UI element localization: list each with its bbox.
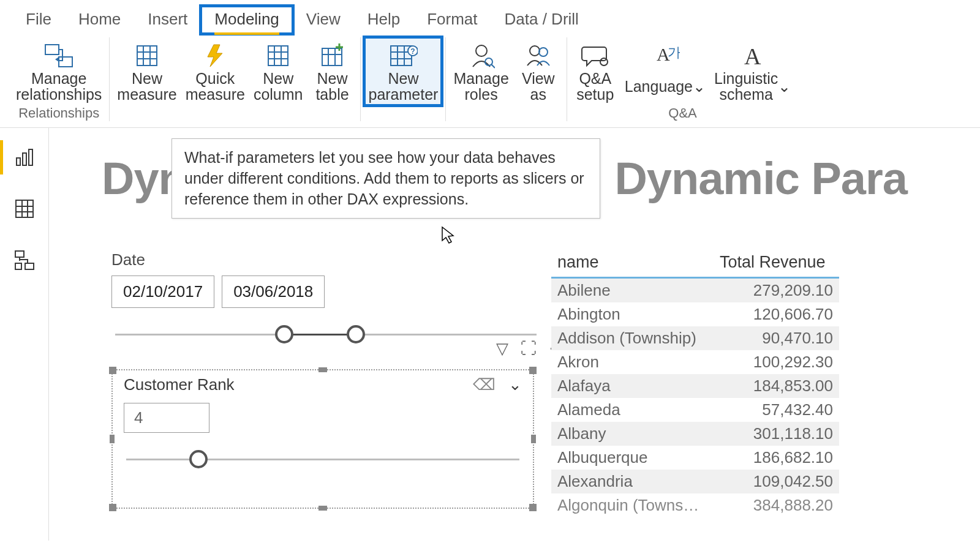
- col-header-name[interactable]: name: [551, 249, 714, 276]
- resize-handle[interactable]: [318, 367, 327, 372]
- tab-help[interactable]: Help: [354, 6, 413, 34]
- rank-handle[interactable]: [189, 450, 208, 468]
- col-header-revenue[interactable]: Total Revenue: [714, 249, 839, 276]
- model-view-button[interactable]: [0, 243, 48, 277]
- group-relationships-label: Relationships: [18, 105, 99, 121]
- resize-handle[interactable]: [529, 504, 537, 511]
- svg-rect-0: [45, 45, 59, 54]
- filter-icon[interactable]: ▽: [496, 339, 508, 358]
- tab-view[interactable]: View: [293, 6, 354, 34]
- focus-mode-icon[interactable]: ⛶: [521, 339, 537, 358]
- table-row[interactable]: Abington120,606.70: [551, 302, 839, 326]
- new-table-label: Newtable: [315, 70, 349, 103]
- new-column-button[interactable]: Newcolumn: [250, 37, 307, 105]
- new-measure-button[interactable]: Newmeasure: [113, 37, 180, 105]
- svg-point-32: [600, 58, 608, 66]
- date-slicer[interactable]: Date 02/10/2017 03/06/2018 ▽ ⛶ ⋯: [111, 250, 540, 350]
- tab-format[interactable]: Format: [413, 6, 491, 34]
- table-row[interactable]: Addison (Township)90,470.10: [551, 326, 839, 350]
- rank-slicer-label: Customer Rank: [124, 375, 235, 394]
- group-qa-label: Q&A: [668, 105, 696, 121]
- date-to-input[interactable]: 03/06/2018: [222, 276, 325, 308]
- resize-handle[interactable]: [109, 367, 116, 374]
- date-handle-start[interactable]: [275, 325, 293, 343]
- resize-handle[interactable]: [531, 435, 536, 443]
- bar-chart-icon: [15, 147, 36, 168]
- linguistic-schema-button[interactable]: A Linguisticschema ⌄: [710, 37, 794, 105]
- tab-data-drill[interactable]: Data / Drill: [491, 6, 592, 34]
- revenue-table[interactable]: name Total Revenue Abilene279,209.10 Abi…: [551, 249, 839, 517]
- date-range-track[interactable]: [115, 319, 537, 350]
- svg-text:가: 가: [668, 45, 680, 60]
- table-row[interactable]: Alexandria109,042.50: [551, 470, 839, 493]
- table-header-row: name Total Revenue: [551, 249, 839, 276]
- svg-rect-36: [17, 158, 20, 165]
- manage-relationships-button[interactable]: Managerelationships: [12, 37, 105, 105]
- new-column-label: Newcolumn: [254, 70, 303, 103]
- quick-measure-button[interactable]: Quickmeasure: [182, 37, 249, 105]
- rank-value-input[interactable]: 4: [124, 403, 209, 433]
- svg-line-29: [491, 64, 495, 68]
- table-row[interactable]: Alameda57,432.40: [551, 398, 839, 422]
- data-view-button[interactable]: [0, 192, 48, 226]
- svg-rect-44: [15, 251, 24, 257]
- qa-setup-button[interactable]: Q&Asetup: [571, 37, 620, 105]
- svg-rect-39: [16, 200, 33, 217]
- resize-handle[interactable]: [110, 435, 115, 443]
- chevron-down-icon: ⌄: [778, 78, 791, 94]
- table-row[interactable]: Algonquin (Township)384,888.20: [551, 493, 839, 517]
- svg-rect-14: [322, 48, 342, 66]
- table-row[interactable]: Albany301,118.10: [551, 422, 839, 446]
- measure-icon: [132, 41, 162, 70]
- resize-handle[interactable]: [109, 504, 116, 511]
- tab-file[interactable]: File: [12, 6, 65, 34]
- linguistic-schema-label: Linguisticschema ⌄: [714, 70, 791, 103]
- language-button[interactable]: A가 Language⌄: [621, 37, 709, 105]
- relationships-icon: [44, 41, 74, 70]
- view-as-label: Viewas: [522, 70, 555, 103]
- svg-text:A: A: [744, 43, 761, 69]
- new-table-button[interactable]: Newtable: [307, 37, 356, 105]
- date-handle-end[interactable]: [347, 325, 365, 343]
- model-icon: [14, 250, 35, 271]
- table-row[interactable]: Akron100,292.30: [551, 350, 839, 374]
- manage-roles-button[interactable]: Manageroles: [450, 37, 512, 105]
- group-relationships: Managerelationships Relationships: [9, 37, 110, 121]
- manage-roles-icon: [467, 41, 496, 70]
- rank-range-track[interactable]: [126, 444, 519, 474]
- group-whatif: ? Newparameter: [361, 37, 446, 121]
- new-parameter-tooltip: What-if parameters let you see how your …: [172, 138, 600, 219]
- customer-rank-slicer[interactable]: Customer Rank ⌫ ⌄ 4: [111, 369, 534, 509]
- resize-handle[interactable]: [529, 367, 537, 374]
- quick-measure-label: Quickmeasure: [186, 70, 245, 103]
- tab-home[interactable]: Home: [65, 6, 134, 34]
- tab-modeling[interactable]: Modeling: [201, 6, 293, 34]
- table-row[interactable]: Albuquerque186,682.10: [551, 446, 839, 470]
- svg-rect-9: [268, 46, 288, 66]
- manage-relationships-label: Managerelationships: [16, 70, 102, 103]
- view-rail: [0, 128, 49, 541]
- svg-point-27: [476, 45, 487, 56]
- report-view-button[interactable]: [0, 140, 48, 174]
- ribbon-body: Managerelationships Relationships Newmea…: [0, 34, 980, 128]
- eraser-icon[interactable]: ⌫: [473, 375, 496, 394]
- table-row[interactable]: Abilene279,209.10: [551, 279, 839, 302]
- qa-setup-label: Q&Asetup: [576, 70, 614, 103]
- new-table-icon: [317, 41, 347, 70]
- date-slicer-label: Date: [111, 250, 540, 269]
- view-as-button[interactable]: Viewas: [514, 37, 563, 105]
- tab-insert[interactable]: Insert: [134, 6, 201, 34]
- new-parameter-button[interactable]: ? Newparameter: [364, 37, 442, 105]
- svg-marker-47: [442, 227, 453, 243]
- resize-handle[interactable]: [318, 506, 327, 511]
- svg-rect-3: [137, 46, 157, 66]
- linguistic-schema-icon: A: [738, 41, 767, 70]
- qa-setup-icon: [581, 41, 610, 70]
- table-body: Abilene279,209.10 Abington120,606.70 Add…: [551, 279, 839, 517]
- chevron-down-icon[interactable]: ⌄: [508, 375, 522, 394]
- svg-rect-1: [59, 57, 72, 67]
- table-row[interactable]: Alafaya184,853.00: [551, 374, 839, 398]
- date-from-input[interactable]: 02/10/2017: [111, 276, 214, 308]
- group-calculations: Newmeasure Quickmeasure Newcolumn Newtab…: [110, 37, 361, 121]
- svg-rect-37: [23, 153, 26, 165]
